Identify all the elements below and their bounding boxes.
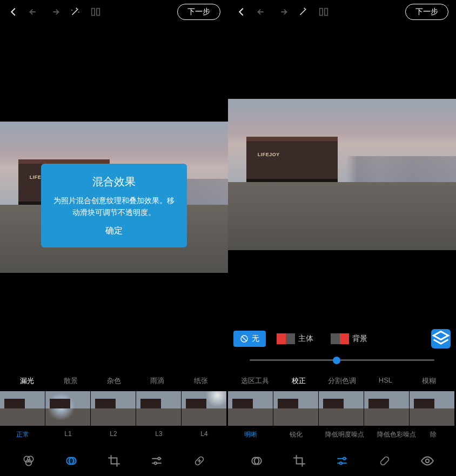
svg-point-18: [425, 459, 429, 463]
back-icon[interactable]: [236, 6, 247, 18]
mask-subject[interactable]: 主体: [270, 330, 320, 347]
filter-thumb[interactable]: [136, 391, 182, 426]
slider-knob[interactable]: [333, 357, 340, 364]
heal-icon[interactable]: [192, 454, 206, 468]
filter-labels-right: 明晰 锐化 降低明度噪点 降低色彩噪点 除: [228, 426, 456, 446]
adjust-tabs-right: 选区工具 校正 分割色调 HSL 模糊: [228, 371, 456, 391]
magic-wand-icon[interactable]: [69, 6, 81, 18]
undo-icon[interactable]: [28, 6, 40, 18]
bottom-bar-left: [0, 446, 228, 476]
filter-thumb[interactable]: [364, 391, 410, 426]
opacity-slider[interactable]: [250, 359, 434, 361]
filter-label[interactable]: 正常: [0, 430, 45, 439]
filter-thumb[interactable]: [0, 391, 45, 426]
mask-selector-bar: 无 主体 背景: [228, 325, 456, 353]
tab-noise[interactable]: 杂色: [92, 371, 136, 391]
effect-tabs-left: 漏光 散景 杂色 雨滴 纸张: [0, 371, 228, 391]
svg-point-3: [28, 456, 33, 462]
filter-strip-right[interactable]: [228, 391, 456, 426]
filter-label[interactable]: 除: [423, 430, 444, 439]
svg-rect-10: [320, 9, 323, 16]
svg-rect-17: [380, 456, 390, 466]
mask-none-label: 无: [252, 334, 259, 344]
tab-selection[interactable]: 选区工具: [233, 371, 277, 391]
tab-rain[interactable]: 雨滴: [136, 371, 179, 391]
redo-icon[interactable]: [49, 6, 61, 18]
back-icon[interactable]: [8, 6, 19, 18]
bottom-bar-right: [228, 446, 456, 476]
crop-icon[interactable]: [292, 454, 306, 468]
tab-hsl[interactable]: HSL: [364, 371, 407, 391]
filter-label[interactable]: L4: [182, 430, 227, 439]
photo-sign-text: LIFEJOY: [258, 152, 280, 157]
crop-icon[interactable]: [107, 454, 121, 468]
heal-icon[interactable]: [378, 454, 392, 468]
filter-thumb[interactable]: [273, 391, 319, 426]
next-button[interactable]: 下一步: [405, 4, 448, 20]
popup-title: 混合效果: [53, 175, 175, 189]
compare-icon[interactable]: [318, 6, 330, 18]
filter-thumb[interactable]: [91, 391, 136, 426]
mask-background[interactable]: 背景: [324, 330, 374, 347]
blend-icon[interactable]: [64, 454, 78, 468]
tab-bokeh[interactable]: 散景: [49, 371, 92, 391]
mask-none[interactable]: 无: [233, 331, 266, 347]
mask-subject-label: 主体: [298, 334, 313, 344]
filter-thumb[interactable]: [45, 391, 91, 426]
compare-icon[interactable]: [90, 6, 102, 18]
filter-label[interactable]: 降低明度噪点: [319, 430, 371, 439]
tab-split-tone[interactable]: 分割色调: [320, 371, 364, 391]
filter-label[interactable]: L1: [45, 430, 91, 439]
svg-rect-1: [97, 9, 100, 16]
redo-icon[interactable]: [277, 6, 289, 18]
adjust-icon[interactable]: [150, 454, 164, 468]
mask-background-label: 背景: [352, 334, 367, 344]
tab-blur[interactable]: 模糊: [407, 371, 451, 391]
eye-icon[interactable]: [420, 454, 434, 468]
filter-label[interactable]: L2: [91, 430, 136, 439]
opacity-slider-row: [228, 353, 456, 371]
adjust-icon[interactable]: [335, 454, 349, 468]
svg-point-8: [154, 462, 156, 464]
popup-body: 为照片混合创意纹理和叠加效果。移动滑块可调节不透明度。: [53, 195, 175, 219]
canvas-area-left: LIFEJOY 混合效果 为照片混合创意纹理和叠加效果。移动滑块可调节不透明度。…: [0, 24, 228, 371]
filter-thumb[interactable]: [410, 391, 455, 426]
top-bar: 下一步: [228, 0, 456, 24]
filter-thumb[interactable]: [319, 391, 364, 426]
filter-thumb[interactable]: [182, 391, 227, 426]
filter-labels-left: 正常 L1 L2 L3 L4: [0, 426, 228, 446]
filter-label[interactable]: 降低色彩噪点: [371, 430, 423, 439]
filter-label[interactable]: L3: [136, 430, 182, 439]
tab-correct[interactable]: 校正: [277, 371, 320, 391]
svg-point-16: [340, 462, 342, 464]
next-button[interactable]: 下一步: [177, 4, 220, 20]
svg-point-7: [158, 458, 160, 460]
canvas-area-right: LIFEJOY: [228, 24, 456, 325]
layers-button[interactable]: [431, 329, 451, 348]
undo-icon[interactable]: [256, 6, 268, 18]
info-popup: 混合效果 为照片混合创意纹理和叠加效果。移动滑块可调节不透明度。 确定: [41, 164, 187, 247]
photo-preview[interactable]: LIFEJOY: [228, 99, 456, 250]
filter-strip-left[interactable]: [0, 391, 228, 426]
filter-thumb[interactable]: [228, 391, 273, 426]
magic-wand-icon[interactable]: [297, 6, 309, 18]
svg-point-4: [26, 460, 32, 466]
filters-icon[interactable]: [22, 454, 36, 468]
filter-label[interactable]: 明晰: [228, 430, 273, 439]
popup-ok-button[interactable]: 确定: [53, 225, 175, 237]
left-screen: 下一步 LIFEJOY 混合效果 为照片混合创意纹理和叠加效果。移动滑块可调节不…: [0, 0, 228, 476]
svg-point-6: [69, 458, 76, 465]
tab-light-leak[interactable]: 漏光: [5, 371, 49, 391]
svg-rect-11: [325, 9, 328, 16]
svg-point-15: [343, 458, 345, 460]
right-screen: 下一步 LIFEJOY 无 主体 背景: [228, 0, 456, 476]
tab-paper[interactable]: 纸张: [179, 371, 223, 391]
filter-label[interactable]: 锐化: [273, 430, 319, 439]
blend-icon[interactable]: [250, 454, 264, 468]
top-bar: 下一步: [0, 0, 228, 24]
svg-rect-0: [92, 9, 95, 16]
